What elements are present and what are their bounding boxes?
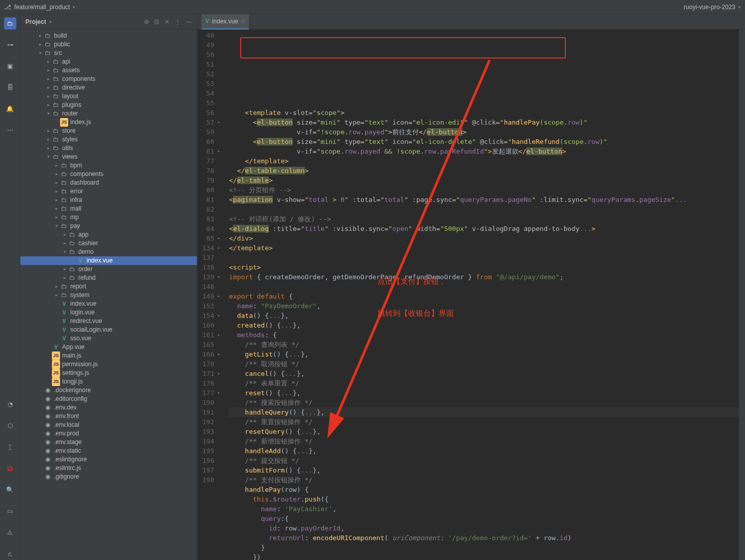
code-line[interactable]: v-if="!scope.row.payed">前往支付</el-button> xyxy=(229,127,739,137)
tree-arrow[interactable] xyxy=(45,153,52,161)
code-line[interactable]: /** 支付按钮操作 */ xyxy=(229,475,739,485)
scrollbar[interactable] xyxy=(739,30,745,560)
tree-item-main-js[interactable]: JSmain.js xyxy=(20,351,197,360)
more-tool-icon[interactable]: ⋯ xyxy=(4,124,16,136)
tree-arrow[interactable] xyxy=(61,274,68,282)
tree-item-system[interactable]: 🗀system xyxy=(20,291,197,300)
code-line[interactable]: <el-button size="mini" type="text" icon=… xyxy=(229,117,739,127)
locate-icon[interactable]: ⊕ xyxy=(144,18,149,25)
tree-arrow[interactable] xyxy=(45,135,52,144)
code-line[interactable]: <el-dialog :title="title" :visible.sync=… xyxy=(229,224,739,233)
tree-item--env-local[interactable]: ◉.env.local xyxy=(20,421,197,429)
tree-item-socialLogin-vue[interactable]: VsocialLogin.vue xyxy=(20,326,197,334)
profiler-tool-icon[interactable]: ◔ xyxy=(4,398,16,410)
services-tool-icon[interactable]: ⬡ xyxy=(4,420,16,432)
tree-arrow[interactable] xyxy=(53,187,60,196)
code-line[interactable]: export default { xyxy=(229,291,739,301)
code-line[interactable]: handleQuery() {...}, xyxy=(229,407,739,417)
code-line[interactable]: }) xyxy=(229,552,739,560)
code-line[interactable]: reset() {...}, xyxy=(229,388,739,398)
tree-item-settings-js[interactable]: JSsettings.js xyxy=(20,369,197,377)
tree-item-components[interactable]: 🗀components xyxy=(20,75,197,83)
tree-item-views[interactable]: 🗀views xyxy=(20,153,197,161)
tree-item--eslintrc-js[interactable]: ◉.eslintrc.js xyxy=(20,464,197,473)
code-line[interactable]: <pagination v-show="total > 0" :total="t… xyxy=(229,195,739,204)
tree-arrow[interactable] xyxy=(61,239,68,248)
tree-item-src[interactable]: 🗀src xyxy=(20,49,197,57)
warnings-tool-icon[interactable]: ⚠ xyxy=(4,526,16,539)
tree-item-sso-vue[interactable]: Vsso.vue xyxy=(20,334,197,343)
code-line[interactable]: </template> xyxy=(229,243,739,253)
code-line[interactable]: </el-table-column> xyxy=(229,166,739,175)
code-line[interactable]: /** 表单重置 */ xyxy=(229,378,739,388)
tree-item-utils[interactable]: 🗀utils xyxy=(20,144,197,153)
tree-item--env-dev[interactable]: ◉.env.dev xyxy=(20,403,197,412)
code-line[interactable]: data() {...}, xyxy=(229,311,739,320)
tree-item-error[interactable]: 🗀error xyxy=(20,187,197,196)
tree-arrow[interactable] xyxy=(53,179,60,187)
tree-item--env-stage[interactable]: ◉.env.stage xyxy=(20,438,197,447)
tree-item-login-vue[interactable]: Vlogin.vue xyxy=(20,308,197,317)
tree-arrow[interactable] xyxy=(61,265,68,274)
fold-icon[interactable]: ▸ xyxy=(216,233,220,243)
tree-item-redirect-vue[interactable]: Vredirect.vue xyxy=(20,317,197,326)
tree-item-app[interactable]: 🗀app xyxy=(20,230,197,239)
tab-index-vue[interactable]: V index.vue × xyxy=(202,14,249,30)
tree-item-plugins[interactable]: 🗀plugins xyxy=(20,101,197,109)
tree-item-index-js[interactable]: JSindex.js xyxy=(20,118,197,127)
tree-item-mall[interactable]: 🗀mall xyxy=(20,204,197,213)
tree-arrow[interactable] xyxy=(53,213,60,222)
tree-item--dockerignore[interactable]: ◉.dockerignore xyxy=(20,386,197,395)
tree-item-build[interactable]: 🗀build xyxy=(20,32,197,40)
tree-item--editorconfig[interactable]: ◉.editorconfig xyxy=(20,395,197,403)
code-line[interactable]: returnUrl: encodeURIComponent( uriCompon… xyxy=(229,533,739,543)
tree-arrow[interactable] xyxy=(53,222,60,230)
code-line[interactable]: submitForm() {...}, xyxy=(229,465,739,475)
code-line[interactable]: /** 新增按钮操作 */ xyxy=(229,436,739,446)
tree-item-directive[interactable]: 🗀directive xyxy=(20,83,197,92)
code-line[interactable]: created() {...}, xyxy=(229,320,739,330)
fold-icon[interactable]: ▸ xyxy=(216,330,220,340)
project-selector[interactable]: ruoyi-vue-pro-2023 ▾ xyxy=(684,4,741,11)
code-line[interactable]: this.$router.push({ xyxy=(229,494,739,504)
code-line[interactable]: } xyxy=(229,543,739,552)
tree-arrow[interactable] xyxy=(53,204,60,213)
code-line[interactable] xyxy=(229,282,739,291)
tree-arrow[interactable] xyxy=(53,282,60,291)
commit-tool-icon[interactable]: ⊶ xyxy=(4,39,16,51)
project-tree[interactable]: 🗀build🗀public🗀src🗀api🗀assets🗀components🗀… xyxy=(20,30,197,560)
code-line[interactable]: handlePay(row) { xyxy=(229,485,739,494)
tree-arrow[interactable] xyxy=(37,32,44,40)
minimize-icon[interactable]: — xyxy=(186,18,192,25)
code-body[interactable]: 点击【支付】按钮， 跳转到【收银台】界面 <template v-slot="s… xyxy=(225,30,739,560)
structure-tool-icon[interactable]: ▣ xyxy=(4,60,16,72)
tree-item--env-static[interactable]: ◉.env.static xyxy=(20,447,197,455)
tree-item-pay[interactable]: 🗀pay xyxy=(20,222,197,230)
tree-item-tongji-js[interactable]: JStongji.js xyxy=(20,377,197,386)
code-line[interactable]: /** 查询列表 */ xyxy=(229,340,739,349)
tree-arrow[interactable] xyxy=(53,170,60,179)
tree-item-index-vue[interactable]: Vindex.vue xyxy=(20,256,197,265)
code-line[interactable]: <template v-slot="scope"> xyxy=(229,108,739,117)
tree-arrow[interactable] xyxy=(37,49,44,57)
fold-icon[interactable]: ▸ xyxy=(216,117,220,127)
code-line[interactable]: name: 'PayCashier', xyxy=(229,504,739,514)
code-line[interactable]: import { createDemoOrder, getDemoOrderPa… xyxy=(229,272,739,282)
fold-icon[interactable]: ▸ xyxy=(216,272,220,282)
code-line[interactable]: /** 取消按钮 */ xyxy=(229,359,739,369)
tree-arrow[interactable] xyxy=(61,230,68,239)
tree-item-permission-js[interactable]: JSpermission.js xyxy=(20,360,197,369)
tree-arrow[interactable] xyxy=(45,66,52,75)
notifications-tool-icon[interactable]: 🔔 xyxy=(4,103,16,115)
vcs-tool-icon[interactable]: ⎌ xyxy=(4,548,16,560)
code-line[interactable]: name: "PayDemoOrder", xyxy=(229,301,739,311)
problems-tool-icon[interactable]: ▭ xyxy=(4,505,16,517)
close-icon[interactable]: × xyxy=(241,18,245,25)
fold-icon[interactable]: ▸ xyxy=(216,349,220,359)
fold-icon[interactable]: ▸ xyxy=(216,311,220,320)
code-line[interactable]: query:{ xyxy=(229,514,739,523)
fold-icon[interactable]: ▸ xyxy=(216,388,220,398)
tree-item-App-vue[interactable]: VApp.vue xyxy=(20,343,197,351)
tree-arrow[interactable] xyxy=(45,57,52,66)
code-line[interactable]: cancel() {...}, xyxy=(229,369,739,378)
